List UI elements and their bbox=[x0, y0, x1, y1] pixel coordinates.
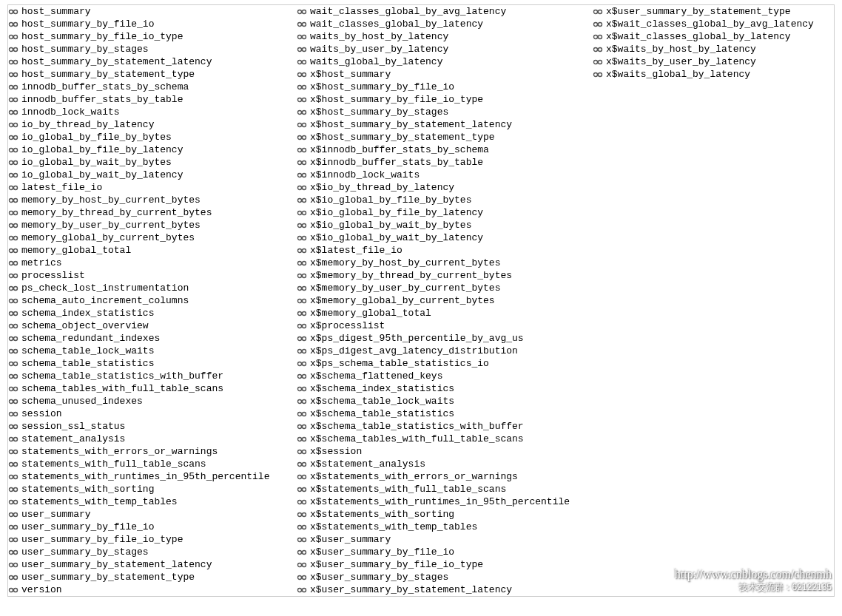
view-item[interactable]: waits_global_by_latency bbox=[297, 55, 587, 68]
view-item[interactable]: host_summary_by_file_io_type bbox=[8, 30, 291, 43]
view-item[interactable]: schema_unused_indexes bbox=[8, 395, 291, 407]
view-item[interactable]: schema_auto_increment_columns bbox=[8, 294, 291, 307]
view-item[interactable]: x$schema_table_statistics bbox=[297, 407, 587, 420]
view-item[interactable]: user_summary bbox=[8, 508, 291, 521]
view-item[interactable]: x$io_by_thread_by_latency bbox=[297, 181, 587, 194]
view-item[interactable]: x$io_global_by_wait_by_bytes bbox=[297, 219, 587, 231]
view-item[interactable]: user_summary_by_statement_type bbox=[8, 571, 291, 583]
view-item[interactable]: x$host_summary_by_stages bbox=[297, 106, 587, 118]
view-item[interactable]: statement_analysis bbox=[8, 433, 291, 445]
view-item[interactable]: user_summary_by_statement_latency bbox=[8, 558, 291, 571]
view-item[interactable]: x$user_summary bbox=[297, 533, 587, 546]
view-item[interactable]: io_global_by_file_by_latency bbox=[8, 143, 291, 156]
view-item[interactable]: host_summary_by_statement_type bbox=[8, 68, 291, 81]
view-item[interactable]: statements_with_temp_tables bbox=[8, 495, 291, 508]
view-item[interactable]: memory_by_user_by_current_bytes bbox=[8, 219, 291, 231]
view-item[interactable]: ps_check_lost_instrumentation bbox=[8, 282, 291, 294]
view-item[interactable]: x$user_summary_by_statement_type bbox=[593, 5, 824, 18]
view-item[interactable]: schema_object_overview bbox=[8, 319, 291, 332]
view-item[interactable]: latest_file_io bbox=[8, 181, 291, 194]
view-item[interactable]: x$io_global_by_file_by_bytes bbox=[297, 194, 587, 206]
view-item[interactable]: memory_by_thread_by_current_bytes bbox=[8, 206, 291, 219]
view-item[interactable]: x$statements_with_temp_tables bbox=[297, 521, 587, 533]
view-item[interactable]: x$schema_table_statistics_with_buffer bbox=[297, 420, 587, 433]
view-item[interactable]: x$ps_digest_avg_latency_distribution bbox=[297, 345, 587, 357]
view-item[interactable]: session bbox=[8, 407, 291, 420]
view-item[interactable]: wait_classes_global_by_avg_latency bbox=[297, 5, 587, 18]
view-item[interactable]: schema_tables_with_full_table_scans bbox=[8, 382, 291, 395]
view-item[interactable]: x$memory_by_host_by_current_bytes bbox=[297, 257, 587, 269]
view-item[interactable]: x$user_summary_by_file_io bbox=[297, 546, 587, 558]
view-item[interactable]: x$statement_analysis bbox=[297, 458, 587, 470]
view-item[interactable]: host_summary_by_stages bbox=[8, 43, 291, 55]
view-item[interactable]: memory_global_by_current_bytes bbox=[8, 231, 291, 244]
view-item[interactable]: statements_with_full_table_scans bbox=[8, 458, 291, 470]
view-item[interactable]: schema_table_statistics_with_buffer bbox=[8, 370, 291, 382]
view-item[interactable]: metrics bbox=[8, 257, 291, 269]
view-item[interactable]: x$user_summary_by_stages bbox=[297, 571, 587, 583]
view-item[interactable]: x$host_summary bbox=[297, 68, 587, 81]
view-item[interactable]: x$ps_digest_95th_percentile_by_avg_us bbox=[297, 332, 587, 345]
view-item[interactable]: x$ps_schema_table_statistics_io bbox=[297, 357, 587, 370]
view-item[interactable]: x$latest_file_io bbox=[297, 244, 587, 257]
view-item[interactable]: x$statements_with_sorting bbox=[297, 508, 587, 521]
view-item[interactable]: x$statements_with_runtimes_in_95th_perce… bbox=[297, 495, 587, 508]
view-item[interactable]: x$waits_by_host_by_latency bbox=[593, 43, 824, 55]
view-item[interactable]: x$host_summary_by_file_io bbox=[297, 81, 587, 93]
view-item[interactable]: x$memory_by_user_by_current_bytes bbox=[297, 282, 587, 294]
view-item[interactable]: wait_classes_global_by_latency bbox=[297, 18, 587, 30]
view-item[interactable]: statements_with_runtimes_in_95th_percent… bbox=[8, 470, 291, 483]
view-item[interactable]: version bbox=[8, 583, 291, 596]
view-item[interactable]: x$session bbox=[297, 445, 587, 458]
view-item[interactable]: x$user_summary_by_statement_latency bbox=[297, 583, 587, 596]
view-item[interactable]: x$host_summary_by_file_io_type bbox=[297, 93, 587, 106]
view-item[interactable]: x$statements_with_full_table_scans bbox=[297, 483, 587, 495]
view-item[interactable]: x$processlist bbox=[297, 319, 587, 332]
view-item[interactable]: x$host_summary_by_statement_latency bbox=[297, 118, 587, 131]
view-item[interactable]: x$memory_global_total bbox=[297, 307, 587, 319]
view-item[interactable]: session_ssl_status bbox=[8, 420, 291, 433]
view-item[interactable]: io_global_by_file_by_bytes bbox=[8, 131, 291, 143]
view-item[interactable]: x$io_global_by_wait_by_latency bbox=[297, 231, 587, 244]
view-item[interactable]: x$io_global_by_file_by_latency bbox=[297, 206, 587, 219]
view-item[interactable]: x$innodb_buffer_stats_by_schema bbox=[297, 143, 587, 156]
view-item[interactable]: waits_by_host_by_latency bbox=[297, 30, 587, 43]
view-item[interactable]: host_summary_by_file_io bbox=[8, 18, 291, 30]
view-item[interactable]: x$innodb_lock_waits bbox=[297, 169, 587, 181]
view-item[interactable]: user_summary_by_stages bbox=[8, 546, 291, 558]
view-item[interactable]: host_summary bbox=[8, 5, 291, 18]
view-item[interactable]: x$host_summary_by_statement_type bbox=[297, 131, 587, 143]
view-item[interactable]: io_global_by_wait_by_latency bbox=[8, 169, 291, 181]
view-item[interactable]: x$memory_global_by_current_bytes bbox=[297, 294, 587, 307]
view-item[interactable]: x$user_summary_by_file_io_type bbox=[297, 558, 587, 571]
view-item[interactable]: schema_table_statistics bbox=[8, 357, 291, 370]
view-item[interactable]: x$wait_classes_global_by_latency bbox=[593, 30, 824, 43]
view-item[interactable]: io_by_thread_by_latency bbox=[8, 118, 291, 131]
view-item[interactable]: waits_by_user_by_latency bbox=[297, 43, 587, 55]
view-item[interactable]: memory_global_total bbox=[8, 244, 291, 257]
view-item[interactable]: innodb_buffer_stats_by_table bbox=[8, 93, 291, 106]
view-item[interactable]: x$innodb_buffer_stats_by_table bbox=[297, 156, 587, 169]
view-item[interactable]: statements_with_sorting bbox=[8, 483, 291, 495]
view-item[interactable]: user_summary_by_file_io_type bbox=[8, 533, 291, 546]
view-item[interactable]: x$waits_by_user_by_latency bbox=[593, 55, 824, 68]
view-item[interactable]: user_summary_by_file_io bbox=[8, 521, 291, 533]
view-item[interactable]: x$schema_index_statistics bbox=[297, 382, 587, 395]
view-item[interactable]: schema_redundant_indexes bbox=[8, 332, 291, 345]
view-item[interactable]: processlist bbox=[8, 269, 291, 282]
view-item[interactable]: schema_table_lock_waits bbox=[8, 345, 291, 357]
view-item[interactable]: io_global_by_wait_by_bytes bbox=[8, 156, 291, 169]
view-item[interactable]: x$waits_global_by_latency bbox=[593, 68, 824, 81]
view-item[interactable]: host_summary_by_statement_latency bbox=[8, 55, 291, 68]
view-item[interactable]: x$schema_table_lock_waits bbox=[297, 395, 587, 407]
view-item[interactable]: schema_index_statistics bbox=[8, 307, 291, 319]
view-item[interactable]: innodb_lock_waits bbox=[8, 106, 291, 118]
view-item[interactable]: x$statements_with_errors_or_warnings bbox=[297, 470, 587, 483]
view-item[interactable]: innodb_buffer_stats_by_schema bbox=[8, 81, 291, 93]
view-item[interactable]: x$schema_flattened_keys bbox=[297, 370, 587, 382]
view-item[interactable]: statements_with_errors_or_warnings bbox=[8, 445, 291, 458]
view-item[interactable]: x$memory_by_thread_by_current_bytes bbox=[297, 269, 587, 282]
view-item[interactable]: x$schema_tables_with_full_table_scans bbox=[297, 433, 587, 445]
view-item[interactable]: memory_by_host_by_current_bytes bbox=[8, 194, 291, 206]
view-item[interactable]: x$wait_classes_global_by_avg_latency bbox=[593, 18, 824, 30]
